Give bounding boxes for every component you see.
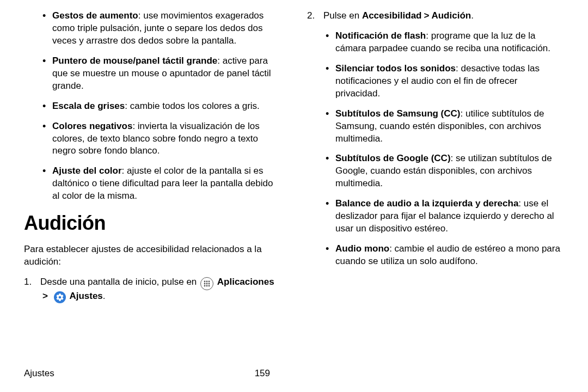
settings-icon [54,291,66,303]
apps-icon-svg [203,280,211,287]
settings-label: Ajustes [69,291,102,301]
list-item: Puntero de mouse/panel táctil grande: ac… [42,55,281,93]
section-heading-audicion: Audición [24,210,281,237]
step-number: 2. [307,10,323,22]
steps-list-right: 2. Pulse en Accesibilidad>Audición. Noti… [307,10,564,268]
svg-point-1 [206,280,208,282]
step-post: . [471,10,474,21]
term: Subtítulos de Google (CC) [335,153,451,163]
step-text: Pulse en Accesibilidad>Audición. [323,10,474,21]
list-item: Balance de audio a la izquierda y derech… [326,198,564,235]
step-pre: Pulse en [323,10,362,21]
step-number: 1. [24,276,40,289]
svg-point-2 [209,280,210,282]
list-item: Silenciar todos los sonidos: desactive t… [326,63,564,100]
term: Audio mono [335,243,389,254]
list-item: Colores negativos: invierta la visualiza… [42,120,281,158]
term: Silenciar todos los sonidos [335,63,456,74]
content-columns: Gestos de aumento: use movimientos exage… [24,10,564,363]
apps-icon [200,277,213,290]
svg-point-5 [209,283,210,284]
svg-point-4 [206,283,208,284]
accessibility-label: Accesibilidad [362,10,422,21]
hearing-label: Audición [431,10,471,21]
breadcrumb-arrow: > [40,291,50,301]
step-post: . [103,291,106,301]
term: Puntero de mouse/panel táctil grande [52,56,217,66]
list-item: Ajuste del color: ajuste el color de la … [42,165,281,203]
page-number: 159 [255,367,270,380]
page: Gestos de aumento: use movimientos exage… [0,0,588,392]
svg-point-8 [209,285,210,286]
svg-point-7 [206,285,208,286]
list-item: Escala de grises: cambie todos los color… [42,100,281,113]
list-item: Notificación de flash: programe que la l… [326,30,564,55]
list-item: Audio mono: cambie el audio de estéreo a… [326,243,564,268]
page-footer: Ajustes 159 [24,363,564,380]
intro-paragraph: Para establecer ajustes de accesibilidad… [24,243,281,268]
list-item: Subtítulos de Samsung (CC): utilice subt… [326,108,564,145]
list-item: Subtítulos de Google (CC): se utilizan s… [326,152,564,190]
settings-icon-svg [56,293,64,302]
svg-point-6 [204,285,206,286]
term: Subtítulos de Samsung (CC) [335,108,461,119]
step-1: 1. Desde una pantalla de inicio, pulse e… [24,276,281,303]
step-2: 2. Pulse en Accesibilidad>Audición. Noti… [307,10,564,268]
term: Ajuste del color [52,166,122,176]
breadcrumb-arrow: > [422,10,432,21]
steps-list: 1. Desde una pantalla de inicio, pulse e… [24,276,281,303]
term: Escala de grises [52,101,125,111]
term: Balance de audio a la izquierda y derech… [335,198,518,209]
vision-bullet-list: Gestos de aumento: use movimientos exage… [24,10,281,203]
svg-point-0 [204,280,206,282]
term: Colores negativos [52,121,132,131]
step-text: Desde una pantalla de inicio, pulse en A [40,277,274,301]
hearing-bullet-list: Notificación de flash: programe que la l… [323,30,564,268]
left-column: Gestos de aumento: use movimientos exage… [24,10,281,363]
step-pre: Desde una pantalla de inicio, pulse en [40,277,199,287]
footer-section: Ajustes [24,367,54,380]
right-column: 2. Pulse en Accesibilidad>Audición. Noti… [307,10,564,363]
apps-label: Aplicaciones [217,277,274,287]
svg-point-3 [204,283,206,284]
term: Gestos de aumento [52,10,138,21]
list-item: Gestos de aumento: use movimientos exage… [42,10,281,47]
term: Notificación de flash [335,30,426,41]
definition: : cambie todos los colores a gris. [125,101,260,111]
